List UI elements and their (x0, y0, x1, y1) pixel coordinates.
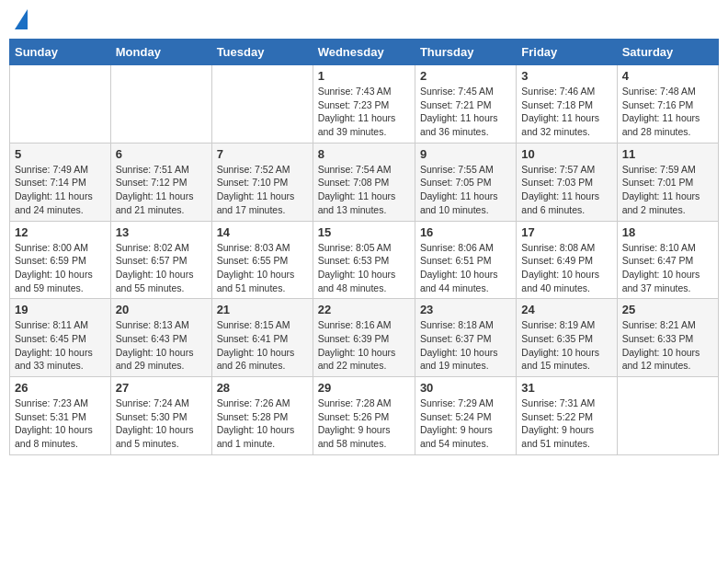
header-monday: Monday (110, 40, 211, 65)
page-header (9, 9, 719, 31)
day-cell: 5Sunrise: 7:49 AM Sunset: 7:14 PM Daylig… (10, 143, 111, 221)
day-cell: 27Sunrise: 7:24 AM Sunset: 5:30 PM Dayli… (110, 377, 211, 455)
day-cell (617, 377, 718, 455)
day-info: Sunrise: 8:16 AM Sunset: 6:39 PM Dayligh… (318, 318, 410, 373)
header-thursday: Thursday (415, 40, 516, 65)
day-info: Sunrise: 8:19 AM Sunset: 6:35 PM Dayligh… (521, 318, 611, 373)
day-cell: 11Sunrise: 7:59 AM Sunset: 7:01 PM Dayli… (617, 143, 718, 221)
day-cell (211, 65, 313, 144)
day-cell: 4Sunrise: 7:48 AM Sunset: 7:16 PM Daylig… (617, 65, 718, 144)
day-number: 11 (622, 147, 713, 161)
day-number: 8 (318, 147, 410, 161)
day-cell: 7Sunrise: 7:52 AM Sunset: 7:10 PM Daylig… (211, 143, 313, 221)
day-number: 29 (318, 381, 410, 395)
day-info: Sunrise: 7:46 AM Sunset: 7:18 PM Dayligh… (521, 85, 611, 139)
day-cell: 1Sunrise: 7:43 AM Sunset: 7:23 PM Daylig… (313, 65, 415, 144)
day-number: 22 (318, 303, 410, 316)
day-info: Sunrise: 8:02 AM Sunset: 6:57 PM Dayligh… (116, 241, 207, 295)
day-info: Sunrise: 8:21 AM Sunset: 6:33 PM Dayligh… (622, 318, 713, 373)
day-info: Sunrise: 8:03 AM Sunset: 6:55 PM Dayligh… (217, 241, 308, 295)
header-friday: Friday (517, 40, 617, 65)
header-tuesday: Tuesday (211, 40, 313, 65)
day-number: 17 (521, 225, 611, 239)
day-info: Sunrise: 7:26 AM Sunset: 5:28 PM Dayligh… (217, 396, 308, 451)
day-number: 4 (622, 69, 713, 83)
day-info: Sunrise: 7:55 AM Sunset: 7:05 PM Dayligh… (420, 163, 511, 217)
day-cell: 23Sunrise: 8:18 AM Sunset: 6:37 PM Dayli… (415, 299, 516, 377)
day-info: Sunrise: 8:11 AM Sunset: 6:45 PM Dayligh… (15, 318, 106, 373)
day-number: 15 (318, 225, 410, 239)
day-info: Sunrise: 8:13 AM Sunset: 6:43 PM Dayligh… (116, 318, 207, 373)
calendar-header-row: SundayMondayTuesdayWednesdayThursdayFrid… (10, 40, 719, 65)
day-info: Sunrise: 8:00 AM Sunset: 6:59 PM Dayligh… (15, 241, 106, 295)
day-number: 25 (622, 303, 713, 316)
day-number: 28 (217, 381, 308, 395)
day-cell: 24Sunrise: 8:19 AM Sunset: 6:35 PM Dayli… (517, 299, 617, 377)
day-number: 19 (15, 303, 106, 316)
day-info: Sunrise: 7:51 AM Sunset: 7:12 PM Dayligh… (116, 163, 207, 217)
day-info: Sunrise: 8:08 AM Sunset: 6:49 PM Dayligh… (521, 241, 611, 295)
day-info: Sunrise: 7:43 AM Sunset: 7:23 PM Dayligh… (318, 85, 410, 139)
day-cell: 17Sunrise: 8:08 AM Sunset: 6:49 PM Dayli… (517, 221, 617, 299)
day-number: 24 (521, 303, 611, 316)
day-info: Sunrise: 7:29 AM Sunset: 5:24 PM Dayligh… (420, 396, 511, 451)
day-number: 21 (217, 303, 308, 316)
day-cell: 8Sunrise: 7:54 AM Sunset: 7:08 PM Daylig… (313, 143, 415, 221)
day-number: 10 (521, 147, 611, 161)
day-info: Sunrise: 7:48 AM Sunset: 7:16 PM Dayligh… (622, 85, 713, 139)
day-cell: 28Sunrise: 7:26 AM Sunset: 5:28 PM Dayli… (211, 377, 313, 455)
day-cell: 14Sunrise: 8:03 AM Sunset: 6:55 PM Dayli… (211, 221, 313, 299)
day-cell: 26Sunrise: 7:23 AM Sunset: 5:31 PM Dayli… (10, 377, 111, 455)
day-cell: 21Sunrise: 8:15 AM Sunset: 6:41 PM Dayli… (211, 299, 313, 377)
header-saturday: Saturday (617, 40, 718, 65)
day-cell: 30Sunrise: 7:29 AM Sunset: 5:24 PM Dayli… (415, 377, 516, 455)
day-cell: 3Sunrise: 7:46 AM Sunset: 7:18 PM Daylig… (517, 65, 617, 144)
day-cell: 25Sunrise: 8:21 AM Sunset: 6:33 PM Dayli… (617, 299, 718, 377)
day-info: Sunrise: 8:10 AM Sunset: 6:47 PM Dayligh… (622, 241, 713, 295)
day-cell: 31Sunrise: 7:31 AM Sunset: 5:22 PM Dayli… (517, 377, 617, 455)
logo-triangle-icon (15, 9, 28, 29)
day-cell: 16Sunrise: 8:06 AM Sunset: 6:51 PM Dayli… (415, 221, 516, 299)
day-cell: 13Sunrise: 8:02 AM Sunset: 6:57 PM Dayli… (110, 221, 211, 299)
day-number: 13 (116, 225, 207, 239)
day-number: 31 (521, 381, 611, 395)
day-cell: 2Sunrise: 7:45 AM Sunset: 7:21 PM Daylig… (415, 65, 516, 144)
day-number: 7 (217, 147, 308, 161)
day-number: 5 (15, 147, 106, 161)
day-info: Sunrise: 8:18 AM Sunset: 6:37 PM Dayligh… (420, 318, 511, 373)
day-info: Sunrise: 7:45 AM Sunset: 7:21 PM Dayligh… (420, 85, 511, 139)
day-number: 6 (116, 147, 207, 161)
day-cell: 18Sunrise: 8:10 AM Sunset: 6:47 PM Dayli… (617, 221, 718, 299)
header-sunday: Sunday (10, 40, 111, 65)
day-info: Sunrise: 7:57 AM Sunset: 7:03 PM Dayligh… (521, 163, 611, 217)
day-number: 23 (420, 303, 511, 316)
header-wednesday: Wednesday (313, 40, 415, 65)
day-cell: 10Sunrise: 7:57 AM Sunset: 7:03 PM Dayli… (517, 143, 617, 221)
day-info: Sunrise: 7:59 AM Sunset: 7:01 PM Dayligh… (622, 163, 713, 217)
day-cell: 12Sunrise: 8:00 AM Sunset: 6:59 PM Dayli… (10, 221, 111, 299)
day-number: 12 (15, 225, 106, 239)
day-cell: 15Sunrise: 8:05 AM Sunset: 6:53 PM Dayli… (313, 221, 415, 299)
day-cell: 20Sunrise: 8:13 AM Sunset: 6:43 PM Dayli… (110, 299, 211, 377)
day-number: 26 (15, 381, 106, 395)
day-cell (10, 65, 111, 144)
week-row-2: 5Sunrise: 7:49 AM Sunset: 7:14 PM Daylig… (10, 143, 719, 221)
day-info: Sunrise: 7:24 AM Sunset: 5:30 PM Dayligh… (116, 396, 207, 451)
day-number: 9 (420, 147, 511, 161)
day-cell: 22Sunrise: 8:16 AM Sunset: 6:39 PM Dayli… (313, 299, 415, 377)
day-number: 2 (420, 69, 511, 83)
day-number: 27 (116, 381, 207, 395)
day-info: Sunrise: 7:52 AM Sunset: 7:10 PM Dayligh… (217, 163, 308, 217)
day-info: Sunrise: 7:31 AM Sunset: 5:22 PM Dayligh… (521, 396, 611, 451)
day-number: 16 (420, 225, 511, 239)
day-info: Sunrise: 7:23 AM Sunset: 5:31 PM Dayligh… (15, 396, 106, 451)
day-number: 20 (116, 303, 207, 316)
day-cell (110, 65, 211, 144)
day-info: Sunrise: 7:54 AM Sunset: 7:08 PM Dayligh… (318, 163, 410, 217)
week-row-5: 26Sunrise: 7:23 AM Sunset: 5:31 PM Dayli… (10, 377, 719, 455)
day-number: 1 (318, 69, 410, 83)
day-number: 14 (217, 225, 308, 239)
logo (13, 9, 28, 31)
week-row-4: 19Sunrise: 8:11 AM Sunset: 6:45 PM Dayli… (10, 299, 719, 377)
day-cell: 6Sunrise: 7:51 AM Sunset: 7:12 PM Daylig… (110, 143, 211, 221)
